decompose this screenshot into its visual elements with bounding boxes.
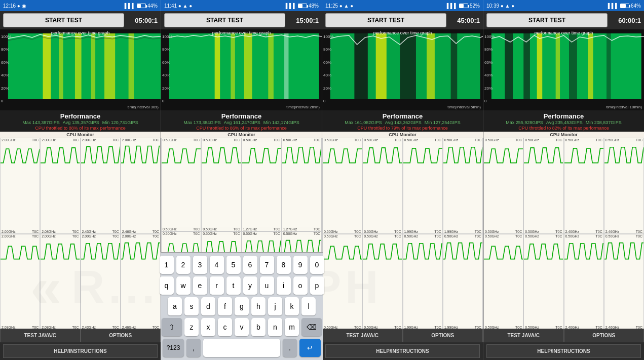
start-test-btn-3[interactable]: START TEST [325,13,446,27]
kb-key-3[interactable]: 3 [193,256,207,274]
panel-1-footer: TEST JAVA/C OPTIONS [0,329,161,342]
help-btn-1[interactable]: HELP/INSTRUCTIONS [3,344,158,358]
test-javac-btn-1[interactable]: TEST JAVA/C [0,329,81,342]
cpu-cell-1-3: 2.00GHzT0C 2.43GHzT0C [81,138,121,234]
perf-stats-3: Max 161,082GIPS Avg 143,362GIPS Min 127,… [324,120,481,125]
kb-key-t[interactable]: t [226,276,241,295]
svg-rect-2 [43,33,51,99]
kb-comma-btn[interactable]: , [186,339,201,357]
kb-enter-btn[interactable]: ↵ [299,339,321,357]
kb-key-k[interactable]: k [285,297,299,315]
kb-key-9[interactable]: 9 [293,256,308,274]
perf-section-2: Performance Max 173,384GIPS Avg 161,247G… [161,110,322,132]
kb-key-v[interactable]: v [235,318,249,336]
kb-key-w[interactable]: w [176,276,191,295]
svg-rect-27 [556,33,560,99]
kb-key-s[interactable]: s [184,297,199,315]
y-axis-3: 100% 80% 60% 40% 20% 0 [323,34,333,103]
cpu-cell-1-5: 2.00GHzT0C 2.08GHzT0C [0,234,40,329]
cpu-cell-3-8: 0.50GHzT0C 1.99GHzT0C [443,234,483,329]
kb-key-u[interactable]: u [260,276,274,295]
perf-throttle-2: CPU throttled to 86% of its max performa… [163,126,320,131]
kb-key-h[interactable]: h [251,297,266,315]
panel-4-header: START TEST 60:00:1 [483,11,644,29]
start-test-btn-2[interactable]: START TEST [164,13,285,27]
kb-key-b[interactable]: b [251,318,266,336]
cpu-monitor-3: CPU Monitor 0.50GHzT0C 0.50GHzT0C 0.50GH… [322,132,483,329]
cpu-grid-3: 0.50GHzT0C 0.50GHzT0C 0.50GHzT0C 0.50GHz… [322,138,483,329]
svg-rect-24 [505,33,513,99]
kb-key-7[interactable]: 7 [260,256,274,274]
kb-key-r[interactable]: r [210,276,224,295]
svg-rect-5 [91,33,95,99]
cpu-cell-2-4: 0.50GHzT0C 1.27GHzT0C [282,138,322,231]
kb-shift-btn[interactable]: ⇧ [162,318,182,336]
start-test-btn-4[interactable]: START TEST [486,13,608,27]
kb-key-1[interactable]: 1 [160,256,174,274]
cpu-cell-4-6: 0.50GHzT0C 0.50GHzT0C [523,234,563,329]
options-btn-4[interactable]: OPTIONS [564,329,645,342]
help-btn-3[interactable]: HELP/INSTRUCTIONS [325,344,480,358]
cpu-cell-3-7: 0.50GHzT0C 1.99GHzT0C [403,234,443,329]
test-javac-btn-4[interactable]: TEST JAVA/C [483,329,564,342]
kb-key-4[interactable]: 4 [210,256,224,274]
kb-key-5[interactable]: 5 [226,256,241,274]
kb-key-0[interactable]: 0 [310,256,324,274]
kb-key-g[interactable]: g [235,297,249,315]
kb-key-l[interactable]: l [301,297,316,315]
kb-key-j[interactable]: j [268,297,282,315]
kb-num123-btn[interactable]: ?123 [163,339,184,357]
kb-key-q[interactable]: q [160,276,174,295]
cpu-cell-4-7: 0.50GHzT0C 2.40GHzT0C [564,234,604,329]
battery-4: ▌▌▌ 64% [608,3,641,9]
kb-key-z[interactable]: z [184,318,199,336]
test-javac-btn-3[interactable]: TEST JAVA/C [322,329,403,342]
kb-key-x[interactable]: x [201,318,215,336]
time-4: 10:39 ● ▲ ● [486,3,514,9]
perf-title-2: Performance [163,112,320,120]
kb-key-c[interactable]: c [218,318,232,336]
kb-key-y[interactable]: y [243,276,257,295]
perf-section-1: Performance Max 143,387GIPS Avg 135,357G… [0,110,161,132]
perf-stats-2: Max 173,384GIPS Avg 161,247GIPS Min 142,… [163,120,320,125]
cpu-cell-4-5: 0.50GHzT0C 0.50GHzT0C [483,234,523,329]
perf-section-4: Performance Max 255,928GIPS Avg 235,453G… [483,110,644,132]
start-test-btn-1[interactable]: START TEST [3,13,124,27]
keyboard-overlay: 1 2 3 4 5 6 7 8 9 0 q w e r t y u i o p … [161,252,323,360]
kb-key-n[interactable]: n [268,318,282,336]
kb-period-btn[interactable]: . [283,339,297,357]
kb-key-8[interactable]: 8 [277,256,291,274]
svg-rect-4 [75,33,82,99]
options-btn-1[interactable]: OPTIONS [81,329,161,342]
y-axis-1: 100% 80% 60% 40% 20% 0 [1,34,11,103]
options-btn-3[interactable]: OPTIONS [403,329,483,342]
kb-key-p[interactable]: p [310,276,324,295]
panel-4-footer: TEST JAVA/C OPTIONS [483,329,644,342]
status-bar: 12:16 ● ◉ ▌▌▌ 44% 11:41 ● ▲ ● ▌▌▌ 48% 11… [0,0,644,11]
perf-title-1: Performance [2,112,159,120]
kb-backspace-btn[interactable]: ⌫ [301,318,322,336]
cpu-cell-1-6: 2.00GHzT0C 2.08GHzT0C [40,234,80,329]
svg-rect-9 [169,33,319,99]
kb-key-f[interactable]: f [218,297,232,315]
graph-4: performance over time graph 100% 80% 60%… [483,29,644,110]
kb-number-row: 1 2 3 4 5 6 7 8 9 0 [163,256,321,274]
cpu-cell-3-6: 0.50GHzT0C 0.50GHzT0C [362,234,402,329]
kb-key-d[interactable]: d [201,297,215,315]
kb-key-2[interactable]: 2 [176,256,191,274]
cpu-grid-4: 0.50GHzT0C 0.50GHzT0C 0.50GHzT0C 0.50GHz… [483,138,644,329]
panel-1: START TEST 05:00:1 performance over time… [0,11,161,360]
perf-throttle-3: CPU throttled to 79% of its max performa… [324,126,481,131]
kb-key-6[interactable]: 6 [243,256,257,274]
kb-key-e[interactable]: e [193,276,207,295]
help-btn-4[interactable]: HELP/INSTRUCTIONS [486,344,641,358]
kb-key-o[interactable]: o [293,276,308,295]
battery-1: ▌▌▌ 44% [125,3,158,9]
perf-stats-1: Max 143,387GIPS Avg 135,357GIPS Min 120,… [2,120,159,125]
kb-key-m[interactable]: m [285,318,299,336]
kb-space-btn[interactable] [203,339,280,357]
cpu-cell-3-1: 0.50GHzT0C 0.50GHzT0C [322,138,362,234]
panel-3-header: START TEST 45:00:1 [322,11,483,29]
kb-key-i[interactable]: i [277,276,291,295]
kb-key-a[interactable]: a [168,297,182,315]
